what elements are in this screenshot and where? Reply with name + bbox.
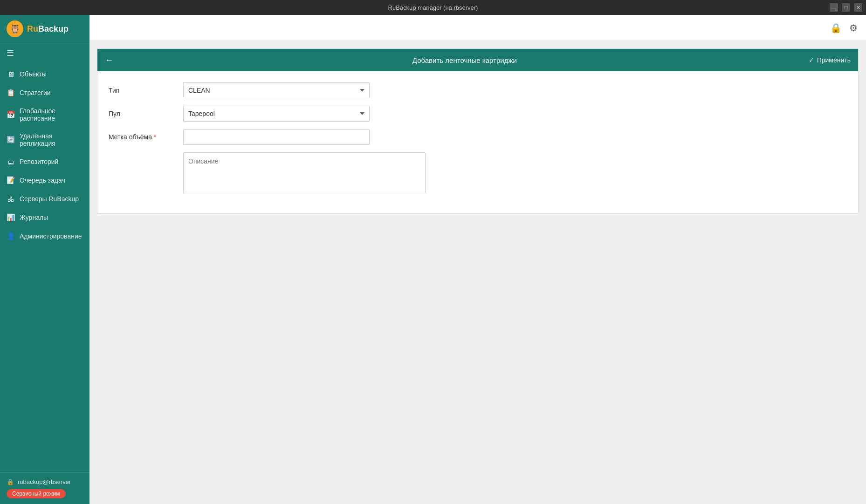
maximize-button[interactable]: □ [842, 3, 850, 12]
pool-label: Пул [109, 110, 183, 117]
add-tape-cartridge-card: ← Добавить ленточные картриджи ✓ Примени… [97, 48, 859, 214]
sidebar-logo: 🦉 RuBackup [0, 15, 89, 43]
menu-toggle[interactable]: ☰ [0, 43, 89, 63]
checkmark-icon: ✓ [809, 56, 814, 64]
sidebar-item-remote-replication[interactable]: 🔄 Удалённая репликация [0, 127, 89, 152]
description-textarea[interactable] [183, 152, 426, 193]
form-body: Тип CLEAN DATA CLEANING Пул [97, 71, 858, 213]
minimize-button[interactable]: — [830, 3, 838, 12]
username: rubackup@rbserver [18, 478, 71, 485]
objects-icon: 🖥 [7, 70, 15, 78]
card-header-title: Добавить ленточные картриджи [121, 56, 809, 64]
service-mode-badge[interactable]: Сервисный режим [7, 489, 66, 498]
type-row: Тип CLEAN DATA CLEANING [109, 82, 847, 98]
pool-select[interactable]: Tapepool [183, 106, 370, 122]
rubackup-servers-icon: 🖧 [7, 195, 15, 203]
window-controls[interactable]: — □ ✕ [830, 3, 862, 12]
settings-icon[interactable]: ⚙ [849, 22, 858, 34]
volume-label-label: Метка объёма * [109, 133, 183, 141]
card-header: ← Добавить ленточные картриджи ✓ Примени… [97, 49, 858, 71]
sidebar: 🦉 RuBackup ☰ 🖥 Объекты 📋 Стратегии 📅 Гло… [0, 15, 89, 504]
sidebar-item-task-queue[interactable]: 📝 Очередь задач [0, 171, 89, 190]
back-button[interactable]: ← [105, 55, 113, 65]
sidebar-item-label-remote-replication: Удалённая репликация [20, 132, 83, 147]
sidebar-item-rubackup-servers[interactable]: 🖧 Серверы RuBackup [0, 190, 89, 208]
logo-text: RuBackup [27, 24, 69, 34]
sidebar-item-label-task-queue: Очередь задач [20, 177, 65, 184]
sidebar-item-strategies[interactable]: 📋 Стратегии [0, 83, 89, 102]
remote-replication-icon: 🔄 [7, 136, 15, 144]
close-button[interactable]: ✕ [854, 3, 862, 12]
sidebar-item-label-strategies: Стратегии [20, 89, 51, 96]
sidebar-user: 🔒 rubackup@rbserver [7, 478, 83, 485]
sidebar-nav: 🖥 Объекты 📋 Стратегии 📅 Глобальное распи… [0, 63, 89, 472]
lock-icon[interactable]: 🔒 [830, 22, 842, 34]
sidebar-item-label-administration: Администрирование [20, 232, 82, 240]
page-content: ← Добавить ленточные картриджи ✓ Примени… [89, 41, 866, 504]
sidebar-item-objects[interactable]: 🖥 Объекты [0, 65, 89, 83]
sidebar-item-label-logs: Журналы [20, 214, 48, 221]
type-select-wrapper: CLEAN DATA CLEANING [183, 82, 370, 98]
top-bar: 🔒 ⚙ [89, 15, 866, 41]
repository-icon: 🗂 [7, 157, 15, 166]
pool-row: Пул Tapepool [109, 106, 847, 122]
sidebar-item-label-rubackup-servers: Серверы RuBackup [20, 195, 79, 203]
logo-icon: 🦉 [7, 20, 23, 37]
logo-ru: Ru [27, 24, 38, 34]
logo-backup: Backup [38, 24, 69, 34]
sidebar-item-global-schedule[interactable]: 📅 Глобальное расписание [0, 102, 89, 127]
sidebar-item-repository[interactable]: 🗂 Репозиторий [0, 152, 89, 171]
sidebar-item-label-repository: Репозиторий [20, 158, 58, 165]
sidebar-item-logs[interactable]: 📊 Журналы [0, 208, 89, 227]
logs-icon: 📊 [7, 213, 15, 222]
sidebar-item-label-global-schedule: Глобальное расписание [20, 107, 83, 122]
user-lock-icon: 🔒 [7, 478, 14, 485]
sidebar-item-administration[interactable]: 👤 Администрирование [0, 227, 89, 245]
volume-label-input[interactable] [183, 129, 370, 145]
task-queue-icon: 📝 [7, 176, 15, 184]
required-marker: * [154, 133, 156, 141]
window-title: RuBackup manager (на rbserver) [388, 4, 478, 11]
strategies-icon: 📋 [7, 89, 15, 97]
sidebar-footer: 🔒 rubackup@rbserver Сервисный режим [0, 472, 89, 504]
administration-icon: 👤 [7, 232, 15, 240]
volume-label-row: Метка объёма * [109, 129, 847, 145]
main-content: 🔒 ⚙ ← Добавить ленточные картриджи ✓ При… [89, 15, 866, 504]
apply-button[interactable]: ✓ Применить [809, 56, 851, 64]
description-wrapper [183, 152, 847, 195]
title-bar: RuBackup manager (на rbserver) — □ ✕ [0, 0, 866, 15]
pool-select-wrapper: Tapepool [183, 106, 370, 122]
sidebar-item-label-objects: Объекты [20, 70, 47, 78]
apply-label: Применить [817, 56, 851, 64]
type-select[interactable]: CLEAN DATA CLEANING [183, 82, 370, 98]
type-label: Тип [109, 87, 183, 94]
global-schedule-icon: 📅 [7, 110, 15, 119]
